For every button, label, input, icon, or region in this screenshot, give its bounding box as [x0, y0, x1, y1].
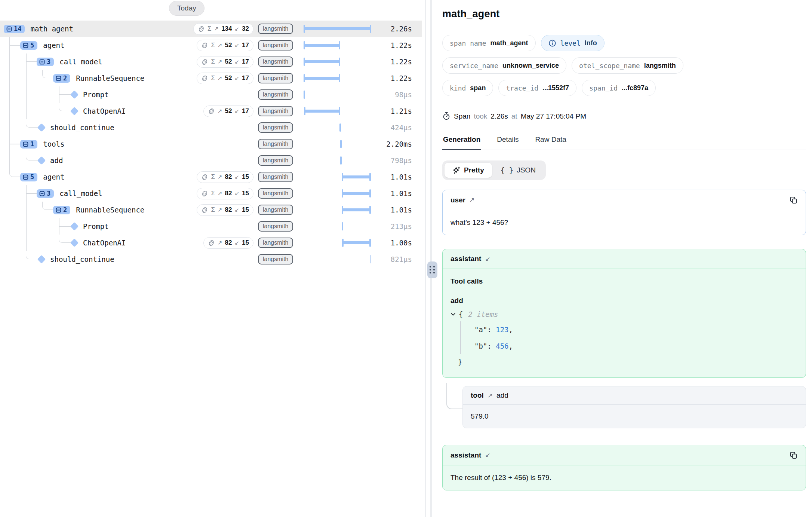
tag-cell: langsmith: [258, 238, 303, 248]
tab-raw-data[interactable]: Raw Data: [534, 135, 567, 150]
output-tokens-arrow-icon: ↙: [235, 239, 240, 246]
tree-cell: should_continue: [0, 119, 194, 136]
trace-tree: 14math_agentΣ↗134↙32langsmith2.26s5agent…: [0, 21, 422, 267]
role-label: assistant: [450, 255, 481, 263]
duration-bar: [304, 27, 371, 30]
tree-cell: 3call_model: [0, 53, 194, 70]
token-stats-pill: Σ↗52↙17: [197, 40, 253, 51]
assistant-message-card: assistant ↙ The result of (123 + 456) is…: [442, 445, 806, 490]
tree-guide-line: [9, 152, 10, 169]
copy-button[interactable]: [789, 451, 798, 459]
tree-cell: 14math_agent: [0, 21, 193, 37]
today-button[interactable]: Today: [169, 1, 204, 16]
cost-icon: [201, 42, 208, 49]
input-tokens-arrow-icon: ↗: [218, 174, 222, 180]
waterfall-cell: [303, 185, 374, 202]
items-count: 2 items: [468, 310, 498, 318]
trace-row-call_model[interactable]: 3call_modelΣ↗82↙15langsmith1.01s: [0, 185, 422, 202]
pretty-toggle[interactable]: Pretty: [445, 163, 492, 178]
tree-elbow-line: [42, 70, 53, 78]
span-duration: 2.26s: [490, 112, 508, 120]
trace-row-should_continue[interactable]: should_continuelangsmith424µs: [0, 119, 422, 136]
pill-row: kindspantrace_id...1552f7span_id...fc897…: [442, 80, 806, 96]
trace-row-Prompt[interactable]: Promptlangsmith213µs: [0, 218, 422, 235]
tag-cell: langsmith: [258, 254, 303, 264]
pill-value: langsmith: [644, 62, 676, 70]
trace-row-agent[interactable]: 5agentΣ↗52↙17langsmith1.22s: [0, 37, 422, 53]
trace-row-Prompt[interactable]: Promptlangsmith98µs: [0, 86, 422, 103]
langsmith-tag: langsmith: [258, 254, 293, 264]
pill-key: trace_id: [506, 84, 538, 92]
collapse-badge[interactable]: 5: [20, 41, 37, 50]
collapse-badge[interactable]: 1: [20, 140, 37, 149]
tree-elbow-line: [9, 169, 20, 177]
trace-row-RunnableSequence[interactable]: 2RunnableSequenceΣ↗82↙15langsmith1.01s: [0, 202, 422, 218]
trace-row-tools[interactable]: 1toolslangsmith2.20ms: [0, 136, 422, 152]
token-stats-pill: Σ↗82↙15: [197, 171, 253, 183]
token-stats-pill: ↗52↙17: [203, 105, 253, 117]
cost-icon: [201, 58, 208, 65]
input-tokens: 52: [225, 42, 232, 49]
input-tokens-arrow-icon: ↗: [218, 239, 222, 246]
waterfall-cell: [303, 86, 374, 103]
waterfall-cell: [303, 53, 374, 70]
assistant-message-card: assistant ↙ Tool calls add { 2 items "a"…: [442, 249, 806, 378]
tab-details[interactable]: Details: [496, 135, 519, 150]
child-count: 1: [30, 141, 34, 147]
span-name: RunnableSequence: [76, 74, 144, 82]
duration-label: 798µs: [374, 156, 422, 165]
copy-button[interactable]: [789, 196, 798, 204]
collapse-badge[interactable]: 14: [4, 25, 25, 33]
tag-cell: langsmith: [258, 172, 303, 182]
collapse-badge[interactable]: 3: [37, 189, 54, 198]
input-tokens: 82: [225, 206, 232, 214]
output-tokens: 15: [242, 206, 249, 214]
trace-row-add[interactable]: addlangsmith798µs: [0, 152, 422, 169]
span-name: ChatOpenAI: [83, 239, 126, 247]
pill-key: span_name: [450, 39, 486, 47]
tab-generation[interactable]: Generation: [442, 135, 481, 150]
cost-icon: [198, 25, 205, 33]
child-count: 2: [63, 207, 67, 213]
duration-bar: [342, 175, 371, 178]
pill-key: otel_scope_name: [579, 62, 640, 70]
langsmith-tag: langsmith: [258, 56, 293, 67]
langsmith-tag: langsmith: [258, 155, 293, 166]
collapse-badge[interactable]: 3: [37, 58, 54, 66]
sigma-icon: Σ: [211, 58, 215, 65]
trace-row-ChatOpenAI[interactable]: ChatOpenAI↗82↙15langsmith1.00s: [0, 235, 422, 251]
panel-gutter-right: [430, 0, 432, 517]
langsmith-tag: langsmith: [258, 106, 293, 116]
span-name: Prompt: [83, 91, 109, 99]
message-text: what's 123 + 456?: [443, 210, 806, 235]
json-toggle[interactable]: { } JSON: [493, 163, 544, 178]
pill-value: Info: [585, 39, 597, 47]
stats-cell: Σ↗82↙15: [194, 204, 258, 216]
tag-cell: langsmith: [258, 122, 303, 133]
trace-row-RunnableSequence[interactable]: 2RunnableSequenceΣ↗52↙17langsmith1.22s: [0, 70, 422, 86]
span-name: ChatOpenAI: [83, 107, 126, 115]
tree-stub-line: [9, 45, 20, 46]
otel_scope_name-pill: otel_scope_namelangsmith: [572, 57, 683, 74]
trace-row-call_model[interactable]: 3call_modelΣ↗52↙17langsmith1.22s: [0, 53, 422, 70]
collapse-badge[interactable]: 2: [53, 74, 70, 83]
tag-cell: langsmith: [258, 56, 303, 67]
trace-row-math_agent[interactable]: 14math_agentΣ↗134↙32langsmith2.26s: [0, 21, 422, 37]
duration-label: 1.21s: [374, 107, 422, 115]
trace-row-should_continue[interactable]: should_continuelangsmith821µs: [0, 251, 422, 267]
collapse-badge[interactable]: 5: [20, 173, 37, 181]
child-count: 5: [30, 174, 34, 180]
panel-resize-handle[interactable]: [427, 261, 437, 278]
langsmith-tag: langsmith: [258, 24, 293, 34]
duration-label: 1.00s: [374, 239, 422, 247]
chevron-down-icon[interactable]: [450, 312, 456, 316]
trace-row-ChatOpenAI[interactable]: ChatOpenAI↗52↙17langsmith1.21s: [0, 103, 422, 119]
stats-cell: Σ↗82↙15: [194, 188, 258, 199]
trace-row-agent[interactable]: 5agentΣ↗82↙15langsmith1.01s: [0, 169, 422, 185]
tree-guide-line: [26, 103, 27, 119]
duration-tick: [340, 156, 342, 165]
waterfall-cell: [303, 152, 374, 169]
collapse-badge[interactable]: 2: [53, 206, 70, 214]
span-name: agent: [43, 173, 64, 181]
input-tokens: 82: [225, 173, 232, 181]
